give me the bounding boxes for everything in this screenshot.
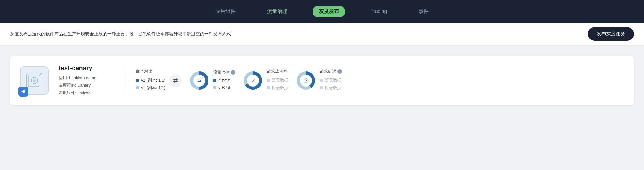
version-compare-icon: ⇄ bbox=[169, 74, 182, 87]
version-dot-dark bbox=[136, 79, 139, 82]
rps-item-v1: 0 RPS bbox=[213, 85, 235, 90]
success-no-data-dot-1 bbox=[267, 79, 270, 82]
svg-point-3 bbox=[33, 79, 36, 82]
version-compare-group: 版本对比 v2 (副本: 1/1) v1 (副本: 1/1) ⇄ bbox=[136, 69, 182, 93]
version-dot-light bbox=[136, 86, 139, 89]
latency-values: 暂无数据 暂无数据 bbox=[320, 77, 342, 93]
version-label-v1: v1 (副本: 1/1) bbox=[141, 85, 165, 91]
publish-canary-button[interactable]: 发布灰度任务 bbox=[588, 27, 634, 41]
traffic-monitor-title: 流量监控 i bbox=[213, 70, 235, 75]
app-value: bookinfo-demo bbox=[69, 76, 96, 80]
svg-line-7 bbox=[40, 86, 42, 88]
app-icon-wrapper bbox=[20, 66, 49, 95]
latency-title: 请求延迟 i bbox=[320, 69, 342, 74]
success-donut: ✓ bbox=[243, 70, 263, 91]
bird-icon bbox=[20, 89, 26, 94]
success-rate-values: 暂无数据 暂无数据 bbox=[267, 77, 288, 93]
success-rate-block: 请求成功率 暂无数据 暂无数据 bbox=[267, 69, 288, 93]
traffic-donut: ⇄ bbox=[189, 70, 209, 91]
version-list: v2 (副本: 1/1) v1 (副本: 1/1) bbox=[136, 77, 165, 93]
rps-dot-light bbox=[213, 86, 216, 89]
version-item-v2: v2 (副本: 1/1) bbox=[136, 77, 165, 83]
success-no-data-2: 暂无数据 bbox=[267, 85, 288, 91]
svg-line-4 bbox=[27, 73, 29, 75]
description-text: 灰度发布是迭代的软件产品在生产环境安全上线的一种重要手段，提供软件版本部署升级平… bbox=[10, 31, 231, 37]
version-label-v2: v2 (副本: 1/1) bbox=[141, 77, 165, 83]
success-no-data-label-1: 暂无数据 bbox=[272, 77, 288, 83]
latency-no-data-dot-2 bbox=[320, 86, 323, 89]
latency-no-data-2: 暂无数据 bbox=[320, 85, 342, 91]
component-value: reviews bbox=[77, 90, 91, 95]
success-rate-title: 请求成功率 bbox=[267, 69, 288, 74]
component-label: 灰度组件 bbox=[59, 90, 75, 95]
success-no-data-label-2: 暂无数据 bbox=[272, 85, 288, 91]
app-label: 应用 bbox=[59, 76, 67, 80]
latency-no-data-1: 暂无数据 bbox=[320, 77, 342, 83]
app-icon-svg bbox=[26, 72, 43, 89]
latency-group: 🕐 请求延迟 i 暂无数据 暂无数据 bbox=[296, 69, 342, 93]
navigation-bar: 应用组件 流量治理 灰度发布 Tracing 事件 bbox=[0, 0, 644, 23]
latency-no-data-label-2: 暂无数据 bbox=[325, 85, 341, 91]
success-rate-group: ✓ 请求成功率 暂无数据 暂无数据 bbox=[243, 69, 288, 93]
app-detail: 应用: bookinfo-demo 灰度策略: Canary 灰度组件: rev… bbox=[59, 74, 115, 96]
description-bar: 灰度发布是迭代的软件产品在生产环境安全上线的一种重要手段，提供软件版本部署升级平… bbox=[0, 23, 644, 46]
latency-no-data-dot-1 bbox=[320, 79, 323, 82]
card-divider bbox=[126, 68, 126, 93]
nav-item-events[interactable]: 事件 bbox=[412, 6, 435, 17]
version-compare-block: 版本对比 v2 (副本: 1/1) v1 (副本: 1/1) bbox=[136, 69, 165, 93]
traffic-monitor-group: ⇄ 流量监控 i 0 RPS 0 RPS bbox=[189, 70, 235, 92]
traffic-info-icon[interactable]: i bbox=[231, 70, 235, 75]
main-content: test-canary 应用: bookinfo-demo 灰度策略: Cana… bbox=[0, 46, 644, 115]
latency-no-data-label-1: 暂无数据 bbox=[325, 77, 341, 83]
rps-dot-dark bbox=[213, 79, 216, 82]
strategy-label: 灰度策略 bbox=[59, 83, 75, 88]
canary-card: test-canary 应用: bookinfo-demo 灰度策略: Cana… bbox=[10, 56, 634, 105]
rps-value-v2: 0 RPS bbox=[218, 78, 230, 83]
latency-donut: 🕐 bbox=[296, 70, 316, 91]
nav-item-canary-release[interactable]: 灰度发布 bbox=[313, 6, 345, 17]
traffic-monitor-block: 流量监控 i 0 RPS 0 RPS bbox=[213, 70, 235, 92]
rps-item-v2: 0 RPS bbox=[213, 78, 235, 83]
success-no-data-dot-2 bbox=[267, 86, 270, 89]
latency-block: 请求延迟 i 暂无数据 暂无数据 bbox=[320, 69, 342, 93]
rps-value-v1: 0 RPS bbox=[218, 85, 230, 90]
latency-info-icon[interactable]: i bbox=[337, 69, 342, 74]
rps-block: 0 RPS 0 RPS bbox=[213, 78, 235, 92]
nav-item-tracing[interactable]: Tracing bbox=[364, 6, 394, 17]
version-compare-title: 版本对比 bbox=[136, 69, 165, 74]
svg-line-5 bbox=[40, 73, 42, 75]
nav-item-traffic-management[interactable]: 流量治理 bbox=[261, 6, 294, 17]
bird-badge bbox=[18, 87, 28, 97]
strategy-value: Canary bbox=[77, 83, 91, 88]
app-name: test-canary bbox=[59, 64, 115, 72]
nav-item-app-components[interactable]: 应用组件 bbox=[209, 6, 242, 17]
success-no-data-1: 暂无数据 bbox=[267, 77, 288, 83]
version-item-v1: v1 (副本: 1/1) bbox=[136, 85, 165, 91]
metrics-section: 版本对比 v2 (副本: 1/1) v1 (副本: 1/1) ⇄ bbox=[136, 69, 624, 93]
app-info: test-canary 应用: bookinfo-demo 灰度策略: Cana… bbox=[59, 64, 115, 96]
